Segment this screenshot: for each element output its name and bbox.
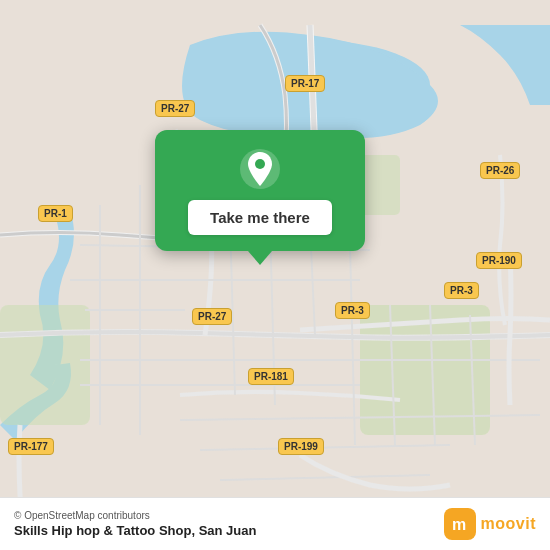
road-label-pr181: PR-181	[248, 368, 294, 385]
svg-text:m: m	[452, 516, 466, 533]
map-background	[0, 0, 550, 550]
road-label-pr26: PR-26	[480, 162, 520, 179]
svg-rect-3	[0, 305, 90, 425]
location-pin-icon	[239, 148, 281, 190]
road-label-pr27b: PR-27	[192, 308, 232, 325]
map-container: PR-1 PR-17 PR-27 PR-27 PR-3 PR-3 PR-26 P…	[0, 0, 550, 550]
road-label-pr3a: PR-3	[335, 302, 370, 319]
road-label-pr3b: PR-3	[444, 282, 479, 299]
location-name: Skills Hip hop & Tattoo Shop, San Juan	[14, 523, 256, 538]
road-label-pr190: PR-190	[476, 252, 522, 269]
bottom-info: © OpenStreetMap contributors Skills Hip …	[14, 510, 256, 538]
road-label-pr17: PR-17	[285, 75, 325, 92]
osm-credit: © OpenStreetMap contributors	[14, 510, 256, 521]
moovit-text: moovit	[481, 515, 536, 533]
road-label-pr27a: PR-27	[155, 100, 195, 117]
bottom-bar: © OpenStreetMap contributors Skills Hip …	[0, 497, 550, 550]
road-label-pr199: PR-199	[278, 438, 324, 455]
road-label-pr177: PR-177	[8, 438, 54, 455]
moovit-icon: m	[444, 508, 476, 540]
moovit-logo: m moovit	[444, 508, 536, 540]
popup-card: Take me there	[155, 130, 365, 251]
svg-point-23	[255, 159, 265, 169]
road-label-pr1: PR-1	[38, 205, 73, 222]
take-me-there-button[interactable]: Take me there	[188, 200, 332, 235]
